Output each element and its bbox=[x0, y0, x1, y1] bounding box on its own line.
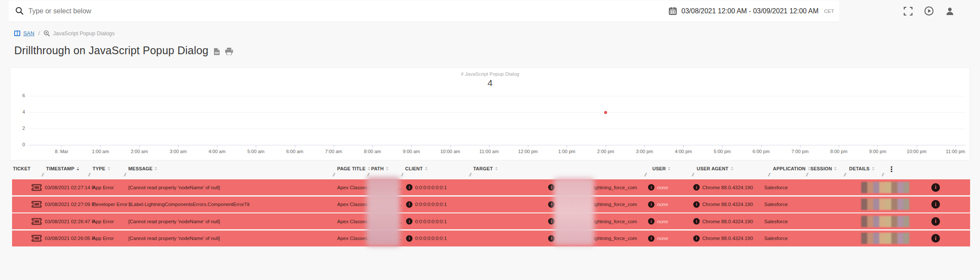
table-body: 03/08/2021 02:27:14 P... App Error [Cann… bbox=[12, 179, 970, 247]
info-icon[interactable] bbox=[548, 218, 555, 225]
info-icon[interactable] bbox=[548, 235, 555, 242]
x-tick bbox=[411, 145, 412, 148]
chart-plot: 64208. Mar1:00 am2:00 am3:00 am4:00 am5:… bbox=[10, 68, 970, 160]
sort-icon bbox=[368, 167, 370, 170]
sort-icon bbox=[155, 167, 157, 170]
breadcrumb: SAN / JavaScript Popup Dialogs bbox=[14, 30, 115, 37]
column-resize-handle[interactable] bbox=[645, 172, 646, 177]
col-header-session[interactable]: SESSION bbox=[810, 166, 837, 171]
details-info-icon[interactable] bbox=[931, 179, 943, 195]
info-icon[interactable] bbox=[406, 235, 412, 242]
ticket-icon[interactable] bbox=[31, 213, 42, 229]
date-range-picker[interactable]: 03/08/2021 12:00 AM - 03/09/2021 12:00 A… bbox=[669, 0, 834, 22]
x-tick-label: 5:00 am bbox=[240, 149, 271, 154]
column-resize-handle[interactable] bbox=[469, 172, 471, 177]
replay-button[interactable] bbox=[924, 6, 934, 16]
cell-timestamp: 03/08/2021 02:27:09 P... bbox=[45, 197, 98, 212]
breadcrumb-link-san[interactable]: SAN bbox=[23, 31, 34, 37]
col-header-user[interactable]: USER bbox=[652, 166, 670, 171]
ticket-icon[interactable] bbox=[31, 197, 42, 212]
info-icon[interactable] bbox=[693, 218, 700, 225]
x-tick bbox=[62, 145, 62, 148]
column-menu-icon[interactable] bbox=[886, 165, 897, 174]
col-header-type[interactable]: TYPE bbox=[93, 166, 110, 171]
ticket-icon[interactable] bbox=[31, 179, 42, 195]
details-info-icon[interactable] bbox=[931, 213, 943, 229]
table-row[interactable]: 03/08/2021 02:27:14 P... App Error [Cann… bbox=[12, 179, 970, 195]
column-resize-handle[interactable] bbox=[333, 172, 335, 177]
col-header-user-agent[interactable]: USER AGENT bbox=[697, 166, 733, 171]
cell-session[interactable] bbox=[861, 179, 909, 195]
info-icon[interactable] bbox=[648, 184, 654, 191]
info-icon[interactable] bbox=[548, 201, 555, 208]
chart-data-point[interactable] bbox=[604, 111, 607, 114]
info-icon[interactable] bbox=[406, 201, 412, 208]
info-icon[interactable] bbox=[406, 184, 412, 191]
col-header-page-title[interactable]: PAGE TITLE bbox=[337, 166, 370, 171]
x-tick bbox=[761, 145, 762, 148]
column-resize-handle[interactable] bbox=[367, 172, 369, 177]
col-header-target[interactable]: TARGET bbox=[473, 166, 498, 171]
column-resize-handle[interactable] bbox=[124, 172, 126, 177]
info-icon[interactable] bbox=[648, 218, 654, 225]
table-row[interactable]: 03/08/2021 02:27:09 P... Developer Error… bbox=[12, 197, 970, 212]
col-header-path[interactable]: PATH bbox=[371, 166, 388, 171]
cell-session[interactable] bbox=[861, 197, 909, 212]
calendar-icon bbox=[669, 7, 677, 15]
cell-target: ightning_force_com bbox=[548, 197, 637, 212]
x-tick bbox=[917, 145, 917, 148]
column-resize-handle[interactable] bbox=[844, 172, 846, 177]
cell-client: 0:0:0:0:0:0:0:1 bbox=[406, 213, 447, 229]
cell-type: App Error bbox=[93, 213, 114, 229]
x-tick-label: 6:00 pm bbox=[746, 149, 777, 154]
col-header-ticket[interactable]: TICKET bbox=[13, 166, 31, 171]
x-tick bbox=[528, 145, 528, 148]
info-icon[interactable] bbox=[693, 201, 700, 208]
info-icon[interactable] bbox=[693, 235, 700, 242]
print-button[interactable] bbox=[225, 48, 233, 55]
cell-session[interactable] bbox=[861, 213, 909, 229]
cell-session[interactable] bbox=[861, 231, 909, 246]
search-input[interactable] bbox=[28, 0, 605, 22]
column-resize-handle[interactable] bbox=[882, 172, 884, 177]
magnifier-plus-icon bbox=[43, 30, 50, 37]
column-resize-handle[interactable] bbox=[42, 172, 43, 177]
ticket-icon[interactable] bbox=[31, 231, 42, 246]
column-resize-handle[interactable] bbox=[768, 172, 770, 177]
col-header-client[interactable]: CLIENT bbox=[405, 166, 428, 171]
col-header-details[interactable]: DETAILS bbox=[849, 166, 875, 171]
x-tick bbox=[878, 145, 878, 148]
x-tick-label: 6:00 am bbox=[279, 149, 310, 154]
col-header-timestamp[interactable]: TIMESTAMP bbox=[46, 166, 79, 171]
info-icon[interactable] bbox=[548, 184, 555, 191]
fullscreen-button[interactable] bbox=[903, 6, 913, 16]
column-resize-handle[interactable] bbox=[88, 172, 90, 177]
col-header-message[interactable]: MESSAGE bbox=[128, 166, 157, 171]
x-tick-label: 11:00 pm bbox=[940, 149, 971, 154]
column-resize-handle[interactable] bbox=[806, 172, 808, 177]
details-info-icon[interactable] bbox=[931, 231, 943, 246]
x-tick bbox=[372, 145, 373, 148]
x-tick-label: 9:00 pm bbox=[862, 149, 893, 154]
details-info-icon[interactable] bbox=[931, 197, 943, 212]
table-row[interactable]: 03/08/2021 02:26:47 P... App Error [Cann… bbox=[12, 213, 970, 229]
info-icon[interactable] bbox=[648, 235, 654, 242]
info-icon[interactable] bbox=[406, 218, 412, 225]
col-header-application[interactable]: APPLICATION bbox=[773, 166, 810, 171]
export-csv-button[interactable]: CSV bbox=[214, 48, 220, 55]
column-resize-handle[interactable] bbox=[401, 172, 403, 177]
x-tick bbox=[606, 145, 606, 148]
cell-application: Salesforce bbox=[764, 213, 788, 229]
gridline bbox=[28, 129, 965, 129]
cell-user: none bbox=[648, 179, 668, 195]
info-icon[interactable] bbox=[693, 184, 700, 191]
cell-timestamp: 03/08/2021 02:27:14 P... bbox=[45, 179, 98, 195]
table-row[interactable]: 03/08/2021 02:26:05 P... App Error [Cann… bbox=[12, 231, 970, 246]
cell-page-title: Apex Classes | S... bbox=[337, 179, 379, 195]
user-menu-button[interactable] bbox=[945, 6, 955, 16]
cell-timestamp: 03/08/2021 02:26:05 P... bbox=[45, 231, 98, 246]
column-resize-handle[interactable] bbox=[692, 172, 694, 177]
y-tick-label: 0 bbox=[13, 142, 25, 147]
info-icon[interactable] bbox=[648, 201, 654, 208]
x-tick-label: 8:00 am bbox=[357, 149, 388, 154]
